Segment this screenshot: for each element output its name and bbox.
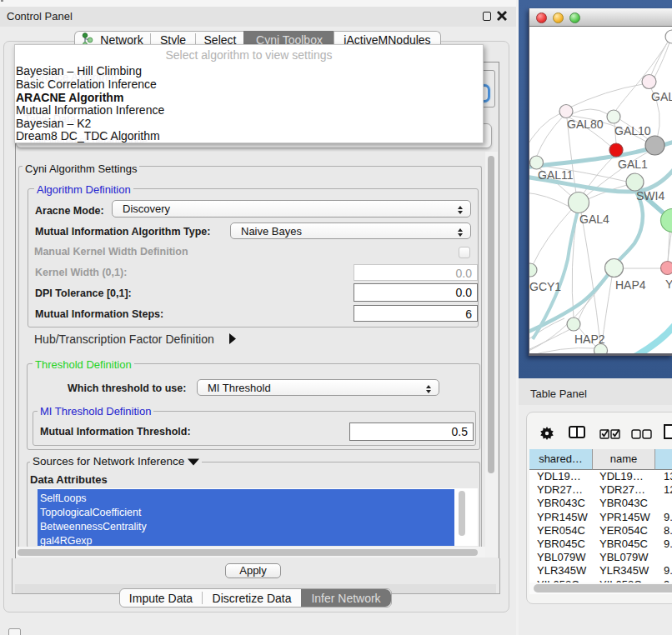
svg-text:HAP4: HAP4 <box>615 278 646 292</box>
svg-text:GAL1: GAL1 <box>618 158 648 171</box>
svg-text:GAL10: GAL10 <box>614 124 651 138</box>
svg-text:HAP2: HAP2 <box>574 332 605 346</box>
svg-text:GCY1: GCY1 <box>529 280 561 293</box>
svg-text:GAL4: GAL4 <box>579 212 609 226</box>
svg-text:SWI4: SWI4 <box>636 189 664 202</box>
svg-text:GAL2: GAL2 <box>651 90 672 103</box>
svg-text:GAL80: GAL80 <box>567 118 604 131</box>
svg-text:GAL11: GAL11 <box>538 168 574 182</box>
svg-text:Y: Y <box>665 278 672 291</box>
